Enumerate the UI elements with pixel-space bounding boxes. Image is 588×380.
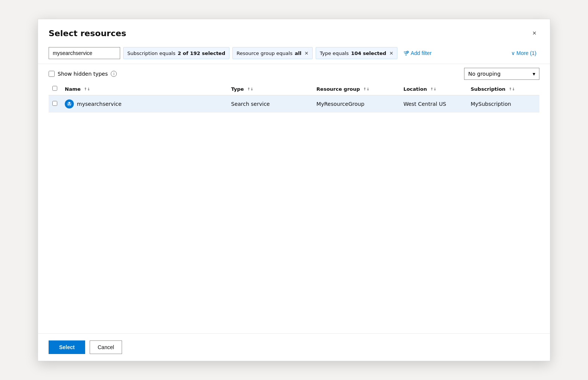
col-header-location[interactable]: Location ↑↓ [400, 83, 467, 95]
cancel-button[interactable]: Cancel [90, 340, 122, 354]
resource-group-filter-remove[interactable]: ✕ [304, 50, 309, 56]
table-area: Name ↑↓ Type ↑↓ Resource group ↑↓ Locati… [38, 83, 550, 333]
show-hidden-info-icon: i [111, 71, 117, 77]
col-sub-sort-icon: ↑↓ [509, 87, 515, 91]
more-button[interactable]: ∨ More (1) [508, 47, 539, 59]
subscription-filter-value: 2 of 192 selected [178, 50, 225, 56]
type-filter-prefix: Type equals [320, 50, 349, 56]
grouping-chevron-icon: ▾ [533, 71, 535, 77]
dialog-title: Select resources [49, 29, 126, 38]
table-row[interactable]: mysearchservice Search service MyResourc… [49, 95, 539, 113]
col-loc-label: Location [403, 86, 427, 92]
row-location-cell: West Central US [400, 95, 467, 113]
name-cell-content: mysearchservice [65, 99, 224, 108]
subscription-filter-prefix: Subscription equals [127, 50, 176, 56]
more-label: More (1) [516, 50, 536, 56]
resource-group-filter-value: all [295, 50, 301, 56]
type-filter-value: 104 selected [351, 50, 386, 56]
col-header-subscription[interactable]: Subscription ↑↓ [467, 83, 539, 95]
grouping-dropdown[interactable]: No grouping ▾ [464, 68, 539, 80]
options-bar: Show hidden types i No grouping ▾ [38, 64, 550, 83]
add-filter-button[interactable]: Add filter [400, 47, 434, 59]
dialog-header: Select resources × [38, 19, 550, 44]
select-all-header[interactable] [49, 83, 61, 95]
show-hidden-types-checkbox[interactable] [49, 71, 55, 77]
resource-type-icon [65, 99, 74, 108]
close-button[interactable]: × [529, 28, 539, 38]
type-filter-remove[interactable]: ✕ [389, 50, 393, 56]
row-name-value: mysearchservice [77, 101, 122, 107]
search-service-icon [67, 101, 72, 107]
row-rg-value: MyResourceGroup [316, 101, 364, 107]
col-loc-sort-icon: ↑↓ [430, 87, 437, 91]
show-hidden-types-text: Show hidden types [58, 71, 108, 77]
col-sub-label: Subscription [470, 86, 505, 92]
grouping-label: No grouping [468, 71, 501, 77]
show-hidden-types-label[interactable]: Show hidden types i [49, 71, 117, 77]
select-resources-dialog: Select resources × Subscription equals 2… [38, 19, 550, 361]
resource-group-filter-prefix: Resource group equals [237, 50, 292, 56]
add-filter-icon [403, 50, 409, 56]
col-type-sort-icon: ↑↓ [247, 87, 254, 91]
subscription-filter-pill[interactable]: Subscription equals 2 of 192 selected [123, 47, 229, 59]
resource-group-filter-pill[interactable]: Resource group equals all ✕ [232, 47, 313, 59]
col-name-sort-icon: ↑↓ [84, 87, 90, 91]
col-type-label: Type [231, 86, 244, 92]
col-header-type[interactable]: Type ↑↓ [228, 83, 313, 95]
col-rg-label: Resource group [316, 86, 360, 92]
row-checkbox[interactable] [52, 101, 57, 106]
dialog-footer: Select Cancel [38, 333, 550, 361]
col-header-name[interactable]: Name ↑↓ [61, 83, 228, 95]
search-input[interactable] [49, 47, 120, 59]
row-subscription-cell: MySubscription [467, 95, 539, 113]
row-checkbox-cell[interactable] [49, 95, 61, 113]
more-chevron-icon: ∨ [511, 50, 515, 56]
col-rg-sort-icon: ↑↓ [363, 87, 370, 91]
col-header-resource-group[interactable]: Resource group ↑↓ [313, 83, 400, 95]
col-name-label: Name [65, 86, 81, 92]
table-header-row: Name ↑↓ Type ↑↓ Resource group ↑↓ Locati… [49, 83, 539, 95]
row-type-value: Search service [231, 101, 270, 107]
row-subscription-value: MySubscription [470, 101, 511, 107]
row-rg-cell: MyResourceGroup [313, 95, 400, 113]
type-filter-pill[interactable]: Type equals 104 selected ✕ [316, 47, 397, 59]
select-all-checkbox[interactable] [52, 86, 57, 91]
row-location-value: West Central US [403, 101, 446, 107]
row-type-cell: Search service [228, 95, 313, 113]
toolbar: Subscription equals 2 of 192 selected Re… [38, 44, 550, 64]
add-filter-label: Add filter [411, 50, 431, 56]
select-button[interactable]: Select [49, 340, 85, 354]
row-name-cell: mysearchservice [61, 95, 228, 113]
resources-table: Name ↑↓ Type ↑↓ Resource group ↑↓ Locati… [49, 83, 539, 113]
